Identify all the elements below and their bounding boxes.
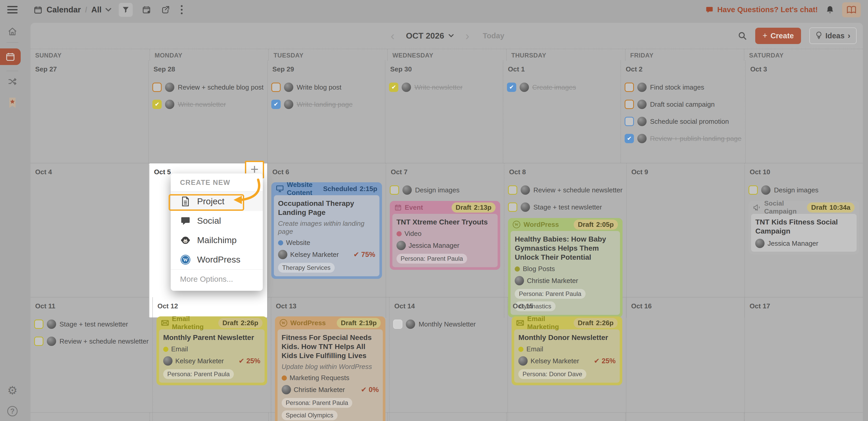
calendar-cell[interactable]: Oct 15Email MarketingDraft2:26pMonthly D… [507, 298, 626, 421]
task-checkbox[interactable] [625, 100, 634, 109]
sidebar-item-calendar-active[interactable] [0, 49, 21, 65]
calendar-cell[interactable]: Oct 4 [31, 163, 149, 317]
task-item[interactable]: Schedule social promotion [625, 117, 741, 126]
previous-month-chevron[interactable]: ‹ [389, 30, 396, 42]
search-icon[interactable] [738, 31, 747, 40]
calendar-cell[interactable]: Oct 14Monthly Newsletter [389, 298, 507, 421]
calendar-cell[interactable]: Sep 27 [31, 61, 148, 163]
popup-item-wordpress[interactable]: W WordPress [171, 250, 263, 269]
favorites-bookmark-star-icon[interactable] [7, 97, 17, 109]
task-item[interactable]: Find stock images [625, 83, 741, 92]
calendar-cell[interactable]: Oct 8Review + schedule newsletterStage +… [504, 163, 626, 317]
ideas-button[interactable]: Ideas › [809, 27, 857, 44]
help-chat-link[interactable]: Have Questions? Let's chat! [705, 5, 818, 14]
task-checkbox[interactable]: ✔ [507, 83, 516, 92]
task-checkbox[interactable] [508, 186, 517, 195]
calendar-cell[interactable] [506, 413, 625, 421]
project-card[interactable]: Social CampaignDraft10:34aTNT Kids Fitne… [748, 201, 859, 254]
task-item[interactable]: Design images [390, 186, 500, 195]
calendar-cell[interactable]: Oct 11Stage + test newsletterReview + sc… [31, 298, 152, 421]
task-checkbox[interactable] [152, 83, 162, 92]
calendar-cell[interactable]: Oct 16 [626, 298, 744, 421]
month-selector[interactable]: OCT 2026 [406, 31, 454, 41]
calendar-cell[interactable]: Oct 7Design imagesEventDraft2:13pTNT Xtr… [385, 163, 504, 317]
project-card[interactable]: Email MarketingDraft2:26pMonthly Donor N… [512, 316, 622, 385]
home-icon[interactable] [7, 27, 18, 36]
task-item[interactable]: Review + schedule newsletter [34, 337, 149, 346]
notifications-bell-icon[interactable] [826, 5, 834, 15]
task-item[interactable]: ✔Write landing page [271, 100, 381, 109]
calendar-cell[interactable]: Sep 29Write blog post✔Write landing page [267, 61, 385, 163]
task-item[interactable]: Review + schedule newsletter [508, 186, 623, 195]
task-item[interactable]: Stage + test newsletter [34, 319, 149, 329]
calendar-cell[interactable] [744, 413, 863, 421]
task-item[interactable]: Review + schedule blog post [152, 83, 264, 92]
task-checkbox[interactable] [625, 117, 634, 126]
task-item[interactable]: ✔Review + publish landing page [625, 134, 741, 143]
calendar-cell[interactable] [31, 413, 150, 421]
task-item[interactable]: Write blog post [271, 83, 381, 92]
settings-gear-icon[interactable]: ⚙ [7, 385, 17, 396]
calendar-cell[interactable]: Oct 13WWordPressDraft2:19pFitness For Sp… [271, 298, 389, 421]
resources-book-button[interactable] [842, 2, 861, 17]
task-checkbox[interactable] [393, 319, 402, 329]
calendar-cell[interactable] [268, 413, 387, 421]
task-item[interactable]: ✔Create images [507, 83, 617, 92]
task-checkbox[interactable] [34, 337, 43, 346]
more-options-kebab-menu[interactable] [180, 4, 184, 15]
task-item[interactable]: ✔Write newsletter [152, 100, 264, 109]
share-export-button[interactable] [161, 5, 170, 15]
task-checkbox[interactable]: ✔ [625, 134, 634, 143]
shuffle-icon[interactable] [7, 77, 18, 86]
project-card[interactable]: Website ContentScheduled2:15pOccupationa… [271, 182, 382, 279]
project-card[interactable]: Email MarketingDraft2:26pMonthly Parent … [156, 316, 267, 385]
task-item[interactable]: ✔Write newsletter [389, 83, 499, 92]
task-label: Design images [774, 186, 818, 194]
task-checkbox[interactable] [271, 83, 281, 92]
task-checkbox[interactable] [748, 186, 758, 195]
popup-more-options[interactable]: More Options... [171, 270, 263, 291]
help-question-icon[interactable]: ? [7, 406, 18, 416]
task-checkbox[interactable] [34, 319, 43, 329]
calendar-settings-button[interactable] [142, 5, 151, 15]
calendar-cell[interactable]: Oct 12Email MarketingDraft2:26pMonthly P… [152, 298, 271, 421]
task-checkbox[interactable]: ✔ [389, 83, 398, 92]
card-title: Monthly Parent Newsletter [163, 333, 260, 342]
create-button[interactable]: + Create [755, 28, 801, 44]
calendar-cell[interactable]: Oct 10Design imagesSocial CampaignDraft1… [744, 163, 863, 317]
filter-button[interactable] [119, 3, 133, 17]
calendar-cell[interactable] [150, 413, 269, 421]
calendar-cell[interactable]: Oct 9 [626, 163, 745, 317]
project-card[interactable]: WWordPressDraft2:19pFitness For Special … [275, 316, 385, 421]
card-progress: ✔ 25% [239, 357, 260, 365]
task-item[interactable]: Stage + test newsletter [508, 202, 623, 212]
calendar-cell[interactable] [387, 413, 506, 421]
task-item[interactable]: Monthly Newsletter [393, 319, 504, 329]
calendar-cell[interactable]: Oct 1✔Create images [503, 61, 620, 163]
task-checkbox[interactable]: ✔ [152, 100, 162, 109]
calendar-cell[interactable]: Sep 30✔Write newsletter [385, 61, 502, 163]
next-month-chevron[interactable]: › [464, 30, 471, 42]
calendar-view-selector[interactable]: All [91, 5, 102, 15]
calendar-cell[interactable]: Oct 2Find stock imagesDraft social campa… [620, 61, 745, 163]
today-button[interactable]: Today [483, 32, 504, 40]
calendar-cell[interactable]: Oct 3 [745, 61, 863, 163]
card-owner-name: Christie Marketer [527, 277, 578, 285]
popup-item-label: Social [197, 216, 221, 226]
task-checkbox[interactable] [390, 186, 399, 195]
task-checkbox[interactable] [625, 83, 634, 92]
calendar-cell[interactable] [625, 413, 744, 421]
task-checkbox[interactable]: ✔ [271, 100, 281, 109]
task-checkbox[interactable] [508, 202, 517, 212]
project-card[interactable]: EventDraft2:13pTNT Xtreme Cheer TryoutsV… [390, 201, 500, 270]
calendar-cell[interactable]: Oct 17 [744, 298, 863, 421]
popup-item-social[interactable]: Social [171, 211, 263, 230]
hamburger-menu-icon[interactable] [7, 6, 18, 13]
popup-item-mailchimp[interactable]: Mailchimp [171, 230, 263, 250]
task-item[interactable]: Draft social campaign [625, 100, 741, 109]
calendar-cell[interactable]: Oct 6Website ContentScheduled2:15pOccupa… [267, 163, 385, 317]
chevron-down-icon[interactable] [105, 8, 112, 12]
popup-item-project[interactable]: Project [171, 192, 263, 211]
calendar-cell[interactable]: Sep 28Review + schedule blog post✔Write … [148, 61, 267, 163]
task-item[interactable]: Design images [748, 186, 859, 195]
